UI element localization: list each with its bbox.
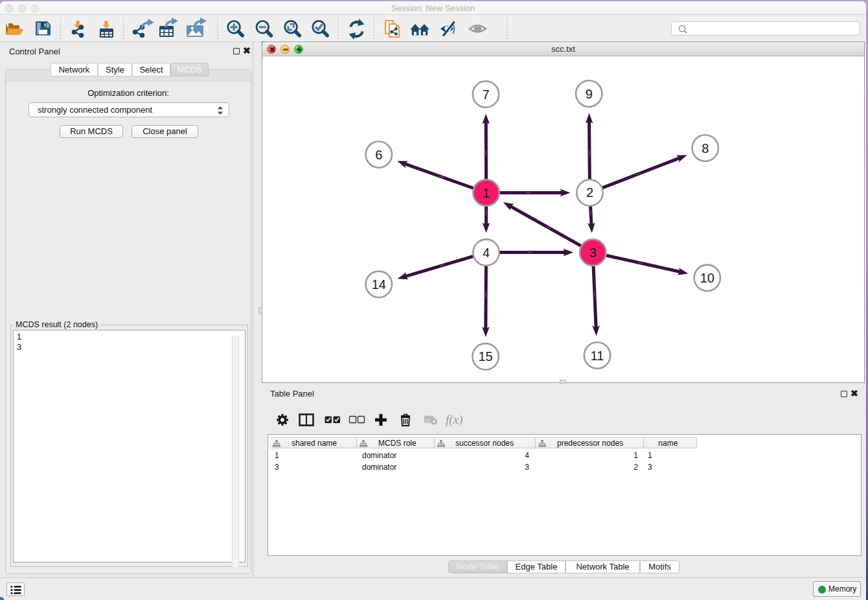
svg-text:8: 8 bbox=[702, 141, 709, 156]
svg-text:9: 9 bbox=[586, 87, 593, 101]
svg-text:3: 3 bbox=[589, 246, 597, 260]
svg-text:14: 14 bbox=[372, 277, 386, 292]
svg-text:f(x): f(x) bbox=[446, 413, 463, 427]
svg-text:7: 7 bbox=[482, 87, 489, 102]
svg-text:4: 4 bbox=[483, 246, 490, 260]
svg-text:2: 2 bbox=[586, 185, 593, 200]
svg-text:1: 1 bbox=[483, 186, 490, 200]
svg-text:15: 15 bbox=[478, 349, 492, 363]
svg-text:11: 11 bbox=[591, 349, 604, 363]
svg-text:6: 6 bbox=[375, 148, 382, 162]
svg-text:10: 10 bbox=[700, 271, 714, 285]
